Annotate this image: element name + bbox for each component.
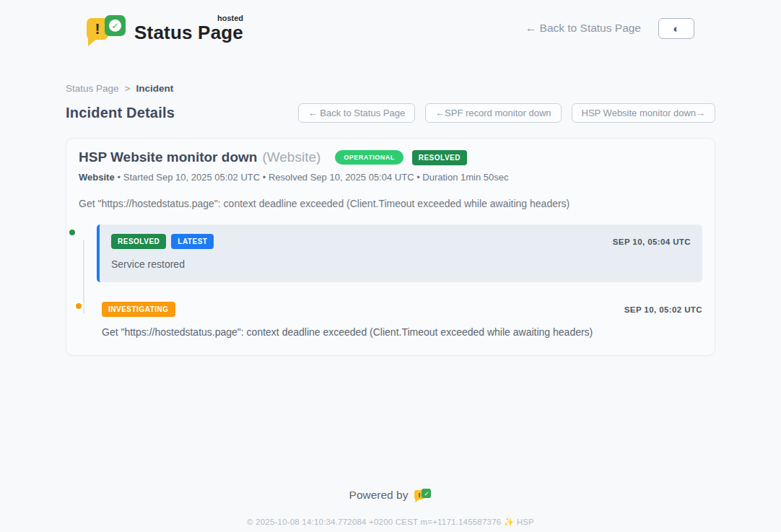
back-to-status-page-button[interactable]: ← Back to Status Page [298, 103, 415, 123]
incident-title-row: HSP Website monitor down (Website) OPERA… [79, 149, 702, 165]
timeline-timestamp: SEP 10, 05:02 UTC [624, 305, 702, 314]
timeline-entry-header: RESOLVED LATEST SEP 10, 05:04 UTC [111, 234, 691, 249]
breadcrumb: Status Page > Incident [66, 83, 715, 94]
logo-exclamation: ! [95, 20, 100, 38]
header-back-to-status-page-link[interactable]: ← Back to Status Page [525, 22, 641, 35]
timeline-message: Get "https://hostedstatus.page": context… [102, 326, 702, 338]
mini-logo-check: ✓ [422, 489, 431, 498]
timeline-message: Service restored [111, 258, 691, 270]
breadcrumb-status-page-link[interactable]: Status Page [66, 83, 119, 94]
status-page-logo-icon: ! ✓ [85, 12, 126, 45]
page-title-row: Incident Details ← Back to Status Page ←… [66, 103, 715, 123]
resolved-badge: RESOLVED [111, 234, 166, 249]
copyright-text: © 2025-10-08 14:10:34.772084 +0200 CEST … [0, 517, 781, 527]
incident-meta-details: • Started Sep 10, 2025 05:02 UTC • Resol… [118, 172, 509, 183]
footer: Powered by ! ✓ © 2025-10-08 14:10:34.772… [0, 487, 781, 527]
logo-title: Status Page [134, 23, 243, 42]
latest-badge: LATEST [171, 234, 214, 249]
incident-timeline: RESOLVED LATEST SEP 10, 05:04 UTC Servic… [79, 224, 702, 338]
main-content: Status Page > Incident Incident Details … [66, 83, 715, 356]
incident-nav-buttons: ← Back to Status Page ←SPF record monito… [298, 103, 715, 123]
incident-service-name: (Website) [262, 149, 320, 165]
timeline-entry-header: INVESTIGATING SEP 10, 05:02 UTC [102, 302, 702, 317]
incident-description: Get "https://hostedstatus.page": context… [79, 198, 702, 209]
prev-incident-button[interactable]: ←SPF record monitor down [425, 103, 561, 123]
logo-check-icon: ✓ [109, 19, 121, 32]
logo-text: hosted Status Page [134, 14, 243, 45]
powered-by-label: Powered by [349, 489, 409, 502]
header-actions: ← Back to Status Page ◐ [525, 18, 694, 39]
breadcrumb-current-incident: Incident [136, 83, 173, 94]
timeline-entry-resolved: RESOLVED LATEST SEP 10, 05:04 UTC Servic… [97, 224, 702, 282]
next-incident-button[interactable]: HSP Website monitor down→ [572, 103, 715, 123]
logo-check-bubble: ✓ [105, 15, 126, 36]
half-circle-theme-icon: ◐ [673, 22, 679, 35]
timeline-dot-orange [74, 301, 84, 311]
theme-toggle-button[interactable]: ◐ [658, 18, 694, 39]
timeline-timestamp: SEP 10, 05:04 UTC [613, 237, 691, 246]
incident-meta: Website• Started Sep 10, 2025 05:02 UTC … [79, 172, 702, 183]
incident-card: HSP Website monitor down (Website) OPERA… [66, 138, 715, 356]
timeline-connector-line [83, 240, 84, 313]
incident-meta-service: Website [79, 172, 115, 183]
resolved-state-badge: RESOLVED [412, 150, 467, 165]
breadcrumb-separator: > [125, 83, 131, 94]
mini-logo-tail [415, 499, 419, 502]
operational-status-badge: OPERATIONAL [335, 150, 403, 165]
page-title: Incident Details [66, 105, 175, 121]
powered-by-logo-icon: ! ✓ [414, 487, 432, 503]
timeline-dot-green [67, 227, 77, 237]
header: ! ✓ hosted Status Page ← Back to Status … [0, 0, 781, 46]
app-logo[interactable]: ! ✓ hosted Status Page [85, 12, 243, 45]
timeline-entry-investigating: INVESTIGATING SEP 10, 05:02 UTC Get "htt… [97, 302, 702, 338]
investigating-badge: INVESTIGATING [102, 302, 175, 317]
powered-by[interactable]: Powered by ! ✓ [349, 487, 432, 503]
incident-title: HSP Website monitor down [79, 149, 257, 165]
